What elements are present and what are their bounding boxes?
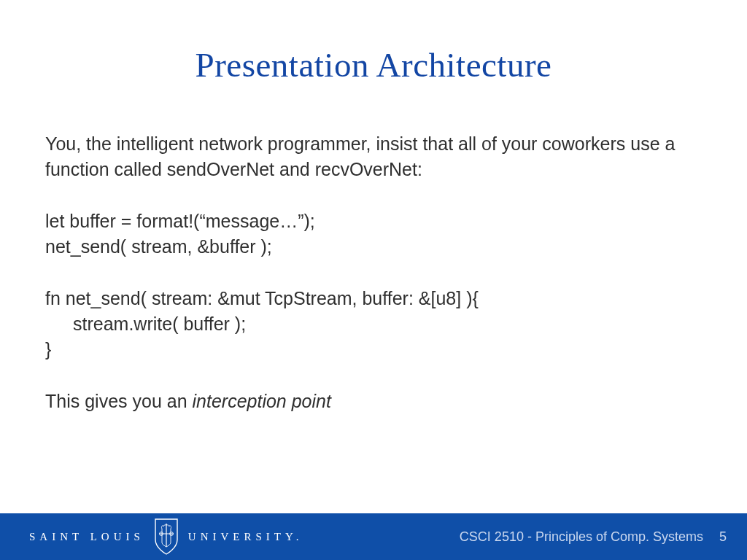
intro-paragraph: You, the intelligent network programmer,…	[45, 131, 702, 182]
slide-footer: SAINT LOUIS UNIVERSITY. CSCI 2510 - Prin…	[0, 513, 747, 560]
code-fn-close: }	[45, 337, 702, 362]
code-line: let buffer = format!(“message…”);	[45, 209, 702, 234]
outro-emphasis: interception point	[193, 391, 331, 411]
org-name-left: SAINT LOUIS	[29, 531, 144, 543]
slide: Presentation Architecture You, the intel…	[0, 0, 747, 560]
footer-meta: CSCI 2510 - Principles of Comp. Systems …	[460, 529, 747, 545]
slide-title: Presentation Architecture	[0, 0, 747, 85]
code-line: net_send( stream, &buffer );	[45, 234, 702, 260]
university-logo: SAINT LOUIS UNIVERSITY.	[0, 518, 303, 556]
code-fn-body: stream.write( buffer );	[45, 311, 702, 337]
outro-text: This gives you an	[45, 391, 193, 411]
shield-icon	[153, 518, 179, 556]
page-number: 5	[719, 529, 727, 545]
code-fn-open: fn net_send( stream: &mut TcpStream, buf…	[45, 286, 702, 311]
slide-body: You, the intelligent network programmer,…	[45, 131, 702, 414]
outro-paragraph: This gives you an interception point	[45, 389, 702, 414]
course-label: CSCI 2510 - Principles of Comp. Systems	[460, 529, 703, 545]
org-name-right: UNIVERSITY.	[188, 531, 303, 543]
